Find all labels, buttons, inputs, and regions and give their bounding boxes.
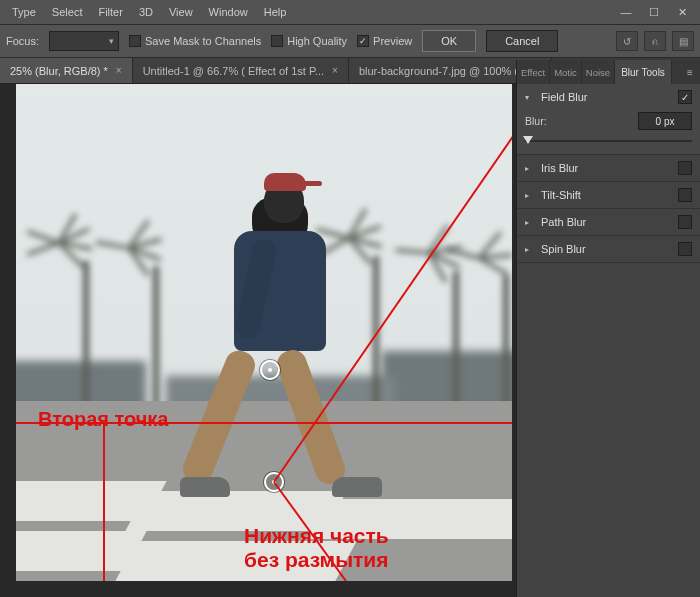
- palm-tree: [476, 236, 512, 421]
- section-header[interactable]: ▸ Iris Blur: [525, 161, 692, 175]
- menu-window[interactable]: Window: [201, 6, 256, 18]
- cancel-button[interactable]: Cancel: [486, 30, 558, 52]
- brush-icon[interactable]: ⎌: [644, 31, 666, 51]
- minimize-button[interactable]: —: [612, 2, 640, 22]
- triangle-right-icon: ▸: [525, 218, 535, 227]
- section-checkbox[interactable]: [678, 188, 692, 202]
- right-panel: Effect Motic Noise Blur Tools ≡ ▾ Field …: [516, 60, 700, 597]
- panel-tab-noise[interactable]: Noise: [582, 60, 615, 84]
- section-header[interactable]: ▾ Field Blur ✓: [525, 90, 692, 104]
- blur-slider[interactable]: [525, 134, 692, 148]
- annotation-text-point2: Вторая точка: [38, 408, 169, 431]
- save-mask-label: Save Mask to Channels: [145, 35, 261, 47]
- options-bar: Focus: ▾ Save Mask to Channels High Qual…: [0, 24, 700, 58]
- section-iris-blur: ▸ Iris Blur: [517, 155, 700, 182]
- section-header[interactable]: ▸ Spin Blur: [525, 242, 692, 256]
- annotation-text-bottom2: без размытия: [244, 548, 389, 572]
- section-checkbox[interactable]: ✓: [678, 90, 692, 104]
- maximize-button[interactable]: ☐: [640, 2, 668, 22]
- blur-label: Blur:: [525, 115, 547, 127]
- palm-tree: [126, 226, 186, 421]
- section-header[interactable]: ▸ Path Blur: [525, 215, 692, 229]
- menu-bar: Type Select Filter 3D View Window Help —…: [0, 0, 700, 24]
- preview-label: Preview: [373, 35, 412, 47]
- panel-tab-blur-tools[interactable]: Blur Tools: [615, 60, 672, 84]
- menu-3d[interactable]: 3D: [131, 6, 161, 18]
- preview-checkbox[interactable]: ✓ Preview: [357, 35, 412, 47]
- section-title: Iris Blur: [541, 162, 578, 174]
- photo-person: [186, 179, 366, 499]
- section-field-blur: ▾ Field Blur ✓ Blur: 0 px: [517, 84, 700, 155]
- save-mask-checkbox[interactable]: Save Mask to Channels: [129, 35, 261, 47]
- triangle-down-icon: ▾: [525, 93, 535, 102]
- ok-button[interactable]: OK: [422, 30, 476, 52]
- section-header[interactable]: ▸ Tilt-Shift: [525, 188, 692, 202]
- doc-tab-active[interactable]: 25% (Blur, RGB/8) * ×: [0, 58, 133, 83]
- canvas[interactable]: Вторая точка Нижняя часть без размытия: [16, 84, 512, 581]
- annotation-line: [103, 422, 105, 581]
- window-controls: — ☐ ✕: [612, 2, 696, 22]
- panel-menu-icon[interactable]: ≡: [680, 60, 700, 84]
- triangle-right-icon: ▸: [525, 191, 535, 200]
- menu-select[interactable]: Select: [44, 6, 91, 18]
- section-checkbox[interactable]: [678, 215, 692, 229]
- panel-tabs: Effect Motic Noise Blur Tools ≡: [517, 60, 700, 84]
- chevron-down-icon: ▾: [109, 36, 114, 46]
- section-title: Field Blur: [541, 91, 587, 103]
- menu-type[interactable]: Type: [4, 6, 44, 18]
- checkbox-box: [271, 35, 283, 47]
- panel-tab-effect[interactable]: Effect: [517, 60, 550, 84]
- menu-filter[interactable]: Filter: [90, 6, 130, 18]
- section-spin-blur: ▸ Spin Blur: [517, 236, 700, 263]
- triangle-right-icon: ▸: [525, 245, 535, 254]
- doc-tab-label: blur-background-7.jpg @ 100% (...: [359, 65, 527, 77]
- focus-label: Focus:: [6, 35, 39, 47]
- high-quality-checkbox[interactable]: High Quality: [271, 35, 347, 47]
- section-path-blur: ▸ Path Blur: [517, 209, 700, 236]
- options-icons: ↺ ⎌ ▤: [616, 31, 694, 51]
- menu-help[interactable]: Help: [256, 6, 295, 18]
- focus-dropdown[interactable]: ▾: [49, 31, 119, 51]
- workspace: Вторая точка Нижняя часть без размытия: [0, 84, 516, 597]
- menu-view[interactable]: View: [161, 6, 201, 18]
- close-icon[interactable]: ×: [332, 65, 338, 76]
- blur-pin[interactable]: [260, 360, 280, 380]
- high-quality-label: High Quality: [287, 35, 347, 47]
- blur-pin[interactable]: [264, 472, 284, 492]
- section-title: Path Blur: [541, 216, 586, 228]
- checkbox-box: [129, 35, 141, 47]
- checkbox-box: ✓: [357, 35, 369, 47]
- more-icon[interactable]: ▤: [672, 31, 694, 51]
- reset-icon[interactable]: ↺: [616, 31, 638, 51]
- doc-tab-label: 25% (Blur, RGB/8) *: [10, 65, 108, 77]
- section-title: Tilt-Shift: [541, 189, 581, 201]
- triangle-right-icon: ▸: [525, 164, 535, 173]
- doc-tab[interactable]: Untitled-1 @ 66.7% ( Effect of 1st P... …: [133, 58, 349, 83]
- doc-tab-label: Untitled-1 @ 66.7% ( Effect of 1st P...: [143, 65, 324, 77]
- section-tilt-shift: ▸ Tilt-Shift: [517, 182, 700, 209]
- annotation-text-bottom1: Нижняя часть: [244, 524, 389, 548]
- close-button[interactable]: ✕: [668, 2, 696, 22]
- panel-tab-motion[interactable]: Motic: [550, 60, 582, 84]
- section-checkbox[interactable]: [678, 242, 692, 256]
- section-checkbox[interactable]: [678, 161, 692, 175]
- section-title: Spin Blur: [541, 243, 586, 255]
- blur-row: Blur: 0 px: [525, 112, 692, 130]
- blur-value-input[interactable]: 0 px: [638, 112, 692, 130]
- close-icon[interactable]: ×: [116, 65, 122, 76]
